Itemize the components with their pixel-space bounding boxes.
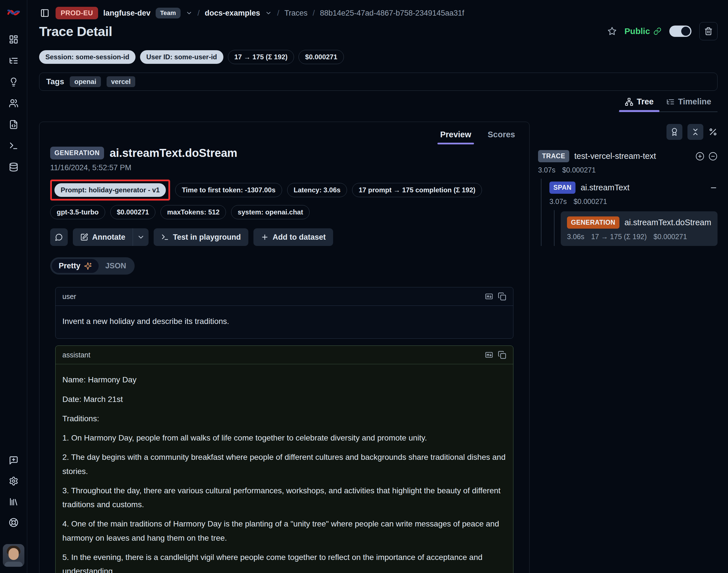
sidebar-item-support[interactable] (7, 516, 20, 529)
observation-badges-row-2: gpt-3.5-turbo $0.000271 maxTokens: 512 s… (50, 205, 518, 219)
add-to-dataset-button[interactable]: Add to dataset (254, 228, 333, 246)
message-tools (485, 292, 506, 301)
cost-badge: $0.000271 (110, 205, 155, 219)
span-node-row[interactable]: SPAN ai.streamText (549, 181, 718, 194)
sidebar-item-dashboard[interactable] (7, 33, 20, 46)
session-badge[interactable]: Session: some-session-id (39, 50, 135, 64)
playground-label: Test in playground (173, 233, 241, 242)
sidebar-item-database[interactable] (7, 161, 20, 173)
bookmark-star-button[interactable] (608, 27, 617, 36)
format-pretty-button[interactable]: Pretty (52, 259, 99, 273)
award-icon (670, 127, 679, 136)
sidebar-item-feedback[interactable] (7, 454, 20, 467)
annotate-scores-button[interactable] (667, 124, 682, 140)
model-badge[interactable]: gpt-3.5-turbo (50, 205, 105, 219)
public-link[interactable]: Public (624, 27, 661, 36)
org-switcher-chevron[interactable] (186, 10, 192, 16)
breadcrumb-org[interactable]: langfuse-dev (103, 9, 151, 17)
timeline-icon (666, 98, 675, 106)
title-controls: Public (608, 22, 718, 40)
message-plus-icon (9, 456, 18, 465)
sidebar-item-playground[interactable] (7, 139, 20, 152)
generation-metrics: 3.06s 17 → 175 (Σ 192) $0.000271 (567, 232, 711, 241)
file-code-icon (9, 120, 18, 129)
langfuse-logo[interactable] (7, 7, 20, 17)
edit-pen-icon (80, 233, 88, 241)
tab-tree[interactable]: Tree (619, 94, 660, 111)
observation-type-badge: GENERATION (50, 147, 104, 159)
message-header: user (56, 288, 513, 306)
sidebar-item-docs[interactable] (7, 495, 20, 508)
tag-chip[interactable]: vercel (107, 76, 135, 87)
minus-icon (710, 184, 718, 192)
tags-label: Tags (46, 77, 64, 86)
tab-scores[interactable]: Scores (481, 126, 522, 144)
sidebar-item-tracing[interactable] (7, 54, 20, 67)
dashboard-grid-icon (9, 35, 18, 44)
message-text: Invent a new holiday and describe its tr… (62, 314, 506, 328)
message-text: 3. Throughout the day, there are various… (62, 484, 506, 512)
plus-icon (261, 233, 269, 241)
trace-tree-icon (9, 56, 18, 65)
message-body: Invent a new holiday and describe its tr… (56, 306, 513, 338)
public-toggle[interactable] (669, 25, 691, 37)
cost-badge: $0.000271 (298, 50, 344, 64)
copy-icon[interactable] (498, 351, 506, 359)
page-title: Trace Detail (39, 23, 112, 39)
toggle-metrics-button[interactable] (709, 127, 718, 137)
trace-row-icons (695, 152, 718, 161)
breadcrumb-project[interactable]: docs-examples (205, 9, 260, 17)
user-avatar[interactable] (3, 544, 24, 567)
annotate-split-button: Annotate (73, 228, 149, 246)
trace-tree-panel: TRACE test-vercel-stream-text 3.07s $0.0… (538, 122, 718, 246)
settings-gear-icon (9, 476, 18, 486)
collapse-all-button[interactable] (687, 124, 703, 140)
tab-timeline-label: Timeline (678, 97, 711, 106)
annotate-button[interactable]: Annotate (73, 228, 133, 246)
collapse-all-icon[interactable] (709, 152, 718, 161)
annotate-dropdown-button[interactable] (133, 228, 149, 246)
trace-tree: TRACE test-vercel-stream-text 3.07s $0.0… (538, 150, 718, 246)
span-children: GENERATION ai.streamText.doStream 3.06s … (554, 210, 718, 246)
breadcrumb-section[interactable]: Traces (284, 9, 307, 17)
sidebar-item-settings[interactable] (7, 475, 20, 487)
markdown-toggle-icon[interactable] (485, 292, 493, 301)
expand-all-icon[interactable] (695, 152, 705, 161)
trace-duration: 3.07s (538, 166, 555, 174)
collapse-node-button[interactable] (710, 184, 718, 192)
environment-badge[interactable]: PROD-EU (56, 7, 98, 19)
markdown-toggle-icon[interactable] (485, 351, 493, 359)
tab-preview[interactable]: Preview (434, 126, 478, 144)
observation-name: ai.streamText.doStream (110, 147, 237, 159)
prompt-version-badge[interactable]: Prompt: holiday-generator - v1 (54, 183, 166, 197)
public-label: Public (624, 27, 650, 36)
trace-node-row[interactable]: TRACE test-vercel-stream-text (538, 150, 718, 162)
message-role: user (62, 293, 76, 301)
message-text: 4. One of the main traditions of Harmony… (62, 517, 506, 545)
delete-trace-button[interactable] (699, 22, 718, 40)
test-in-playground-button[interactable]: Test in playground (154, 228, 248, 246)
content-split: Preview Scores GENERATION ai.streamText.… (39, 122, 718, 573)
trace-cost: $0.000271 (562, 166, 596, 174)
tab-tree-label: Tree (637, 97, 654, 106)
user-id-badge[interactable]: User ID: some-user-id (140, 50, 223, 64)
tag-chip[interactable]: openai (70, 76, 101, 87)
sidebar-item-users[interactable] (7, 97, 20, 110)
sidebar-item-prompts[interactable] (7, 75, 20, 89)
project-switcher-chevron[interactable] (265, 10, 272, 16)
generation-node-row-selected[interactable]: GENERATION ai.streamText.doStream 3.06s … (561, 211, 718, 246)
observation-badges-row-1: Prompt: holiday-generator - v1 Time to f… (50, 179, 518, 201)
span-metrics: 3.07s $0.000271 (549, 197, 718, 206)
breadcrumb-trace-id: 88b14e25-47ad-4867-b758-2349145aa31f (320, 9, 464, 17)
sidebar-item-datasets[interactable] (7, 118, 20, 131)
preview-tabs: Preview Scores (40, 122, 529, 146)
copy-icon[interactable] (498, 292, 506, 301)
sidebar-nav-bottom (3, 454, 24, 567)
breadcrumb-separator: / (313, 8, 315, 17)
sidebar (0, 0, 27, 573)
comment-button[interactable] (50, 228, 68, 246)
tab-timeline[interactable]: Timeline (660, 94, 718, 111)
observation-actions: Annotate Test in playground Add to datas… (50, 228, 518, 246)
format-json-button[interactable]: JSON (99, 259, 133, 273)
sidebar-toggle-button[interactable] (39, 7, 50, 19)
